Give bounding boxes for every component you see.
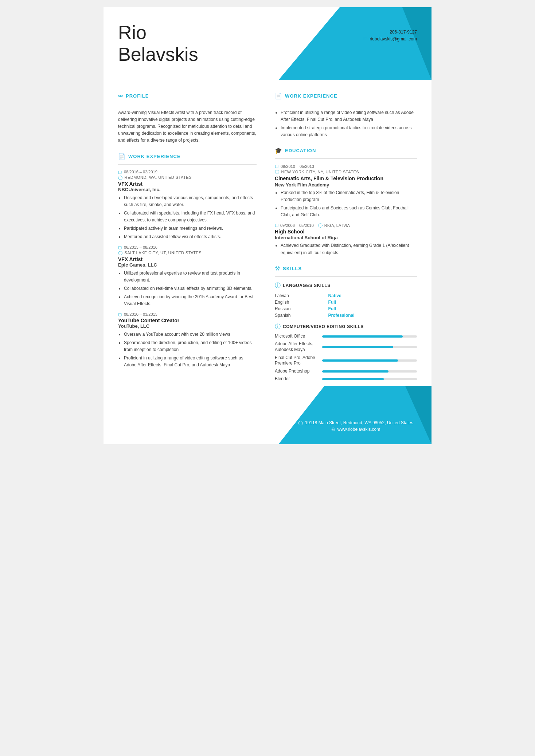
website-item: ☠ www.riobelavskis.com xyxy=(298,427,413,432)
lang-header: ⓘ LANGUAGES SKILLS xyxy=(275,282,417,290)
job-3-title: YouTube Content Creator xyxy=(118,318,257,323)
job-3-continued-bullets: Proficient in utilizing a range of video… xyxy=(275,109,417,139)
lang-row-1: Latvian Native xyxy=(275,292,417,299)
edu-loc-icon-1: ◯ xyxy=(275,169,280,174)
job-2-dates: ▢ 06/2013 – 08/2016 xyxy=(118,245,257,250)
address-item: ◯ 19118 Main Street, Redmond, WA 98052, … xyxy=(298,420,413,425)
job-3-cont-bullet-1: Proficient in utilizing a range of video… xyxy=(281,109,417,123)
skill-bar-fill-5 xyxy=(322,378,384,380)
work-icon-left: 📄 xyxy=(118,153,125,160)
job-1-bullet-1: Designed and developed various images, c… xyxy=(124,194,257,208)
job-3-bullets: Oversaw a YouTube account with over 20 m… xyxy=(118,331,257,369)
profile-section-header: ⚮ PROFILE xyxy=(118,92,257,99)
skills-icon: ⚒ xyxy=(275,265,280,272)
web-icon: ☠ xyxy=(331,427,335,432)
edu-1-school: New York Film Academy xyxy=(275,182,417,188)
computer-icon: ⓘ xyxy=(275,323,281,331)
lang-icon: ⓘ xyxy=(275,282,281,290)
phone-item: ◻ 206-817-9127 xyxy=(363,29,417,35)
job-1-bullet-2: Collaborated with specialists, including… xyxy=(124,210,257,224)
skill-bar-bg-5 xyxy=(322,378,417,380)
edu-cal-2: ▢ xyxy=(275,223,278,228)
job-1-bullet-4: Mentored and assisted fellow visual effe… xyxy=(124,233,257,240)
calendar-icon-3: ▢ xyxy=(118,312,122,317)
computer-skills-header: ⓘ COMPUTER/VIDEO EDITING SKILLS xyxy=(275,323,417,331)
calendar-icon-1: ▢ xyxy=(118,170,122,174)
skills-divider xyxy=(275,276,417,277)
edu-1-meta: ▢ 09/2010 – 05/2013 xyxy=(275,164,417,169)
job-1-title: VFX Artist xyxy=(118,181,257,187)
edu-section-header: 🎓 EDUCATION xyxy=(275,147,417,154)
calendar-icon-2: ▢ xyxy=(118,245,122,250)
job-2-bullet-3: Achieved recognition by winning the 2015… xyxy=(124,294,257,307)
edu-divider xyxy=(275,158,417,159)
job-2-bullets: Utilized professional expertise to revie… xyxy=(118,270,257,308)
job-1-company: NBCUniversal, Inc. xyxy=(118,187,257,192)
skills-section-header: ⚒ SKILLS xyxy=(275,265,417,272)
edu-icon: 🎓 xyxy=(275,147,282,154)
skill-row-2: Adobe After Effects, Autodesk Maya xyxy=(275,341,417,353)
edu-2-bullets: Achieved Graduated with Distinction, ear… xyxy=(275,242,417,256)
right-column: 📄 WORK EXPERIENCE Proficient in utilizin… xyxy=(268,84,431,399)
job-3-bullet-3: Proficient in utilizing a range of video… xyxy=(124,355,257,369)
skill-row-5: Blender xyxy=(275,376,417,382)
job-3-bullet-2: Spearheaded the direction, production, a… xyxy=(124,339,257,353)
work-icon-right: 📄 xyxy=(275,92,282,99)
job-2-location: ◯ SALT LAKE CITY, UT, UNITED STATES xyxy=(118,251,257,255)
edu-cal-1: ▢ xyxy=(275,164,278,169)
resume-page: Rio Belavskis ◻ 206-817-9127 ✉ riobelavs… xyxy=(104,7,431,444)
job-3-cont-bullet-2: Implemented strategic promotional tactic… xyxy=(281,125,417,138)
profile-icon: ⚮ xyxy=(118,92,123,99)
job-2-company: Epic Games, LLC xyxy=(118,262,257,268)
email-icon: ✉ xyxy=(363,36,367,42)
main-content: ⚮ PROFILE Award-winning Visual Effects A… xyxy=(104,76,431,399)
skill-row-4: Adobe Photoshop xyxy=(275,369,417,374)
skill-bar-fill-1 xyxy=(322,335,403,338)
edu-1-location: ◯ NEW YORK CITY, NY, UNITED STATES xyxy=(275,169,417,174)
job-1-location: ◯ REDMOND, WA, UNITED STATES xyxy=(118,175,257,180)
address-icon: ◯ xyxy=(298,420,303,425)
phone-icon: ◻ xyxy=(383,29,387,35)
work-divider-left xyxy=(118,164,257,165)
profile-divider xyxy=(118,104,257,104)
skill-bar-bg-4 xyxy=(322,370,417,373)
contact-info-top: ◻ 206-817-9127 ✉ riobelavskis@gmail.com xyxy=(363,29,417,43)
lang-row-2: English Full xyxy=(275,299,417,306)
full-name: Rio Belavskis xyxy=(118,22,431,66)
job-1-dates: ▢ 08/2016 – 02/2019 xyxy=(118,170,257,174)
work-section-header-left: 📄 WORK EXPERIENCE xyxy=(118,153,257,160)
skill-bar-fill-4 xyxy=(322,370,388,373)
job-3-bullet-1: Oversaw a YouTube account with over 20 m… xyxy=(124,331,257,338)
job-1-bullet-3: Participated actively in team meetings a… xyxy=(124,225,257,232)
edu-loc-icon-2: ◯ xyxy=(318,223,323,228)
job-3-company: YouTube, LLC xyxy=(118,323,257,329)
location-icon-2: ◯ xyxy=(118,251,123,255)
edu-2-degree: High School xyxy=(275,228,417,235)
edu-1-bullet-1: Ranked in the top 3% of the Cinematic Ar… xyxy=(281,189,417,203)
bottom-contact: ◯ 19118 Main Street, Redmond, WA 98052, … xyxy=(298,420,413,433)
skill-bar-bg-2 xyxy=(322,346,417,348)
lang-row-4: Spanish Professional xyxy=(275,312,417,319)
edu-1-bullet-2: Participated in Clubs and Societies such… xyxy=(281,205,417,218)
edu-2-bullet-1: Achieved Graduated with Distinction, ear… xyxy=(281,242,417,256)
work-divider-right xyxy=(275,104,417,104)
lang-table: Latvian Native English Full Russian Full… xyxy=(275,292,417,319)
location-icon-1: ◯ xyxy=(118,175,123,180)
job-2-bullet-2: Collaborated on real-time visual effects… xyxy=(124,285,257,292)
skill-row-1: Microsoft Office xyxy=(275,334,417,339)
skill-bar-fill-2 xyxy=(322,346,393,348)
edu-1-degree: Cinematic Arts, Film & Television Produc… xyxy=(275,175,417,182)
work-section-header-right: 📄 WORK EXPERIENCE xyxy=(275,92,417,99)
edu-1-bullets: Ranked in the top 3% of the Cinematic Ar… xyxy=(275,189,417,219)
left-column: ⚮ PROFILE Award-winning Visual Effects A… xyxy=(104,84,268,399)
profile-text: Award-winning Visual Effects Artist with… xyxy=(118,109,257,144)
skill-bar-bg-3 xyxy=(322,359,417,362)
edu-2-meta: ▢ 09/2006 – 05/2010 ◯ RIGA, LATVIA xyxy=(275,223,417,228)
lang-row-3: Russian Full xyxy=(275,306,417,312)
skill-row-3: Final Cut Pro, Adobe Premiere Pro xyxy=(275,355,417,366)
skill-bar-fill-3 xyxy=(322,359,398,362)
job-3-dates: ▢ 08/2010 – 03/2013 xyxy=(118,312,257,317)
job-2-title: VFX Artist xyxy=(118,256,257,262)
email-item: ✉ riobelavskis@gmail.com xyxy=(363,36,417,42)
job-2-bullet-1: Utilized professional expertise to revie… xyxy=(124,270,257,284)
